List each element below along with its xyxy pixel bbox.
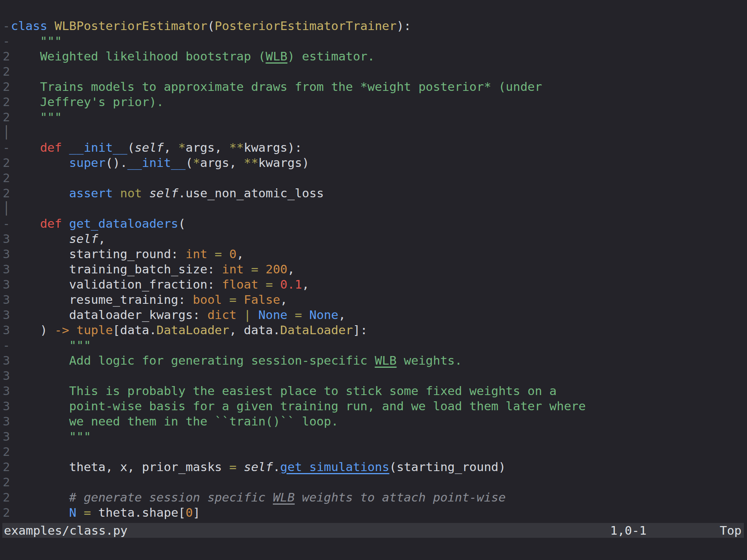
code-line[interactable]: 2	[0, 64, 747, 79]
code-text: point-wise basis for a given training ru…	[11, 399, 586, 414]
code-line[interactable]: 3 dataloader_kwargs: dict | None = None,	[0, 307, 747, 323]
code-line[interactable]: 2	[0, 475, 747, 490]
code-line[interactable]: 3 starting_round: int = 0,	[0, 246, 747, 262]
code-line[interactable]: │	[0, 125, 747, 140]
status-filename: examples/class.py	[4, 523, 127, 538]
gutter-fold-pipe[interactable]: │	[3, 125, 11, 140]
gutter-fold-level[interactable]: 2	[3, 444, 11, 459]
token: Add logic for generating session-specifi…	[11, 353, 375, 367]
token	[76, 505, 84, 519]
gutter-fold-level[interactable]: 3	[3, 414, 11, 429]
gutter-fold-level[interactable]: 2	[3, 64, 11, 79]
gutter-fold-level[interactable]: 2	[3, 79, 11, 94]
token	[142, 186, 149, 200]
code-line[interactable]: 2 N = theta.shape[0]	[0, 505, 747, 520]
gutter-fold-level[interactable]: 3	[3, 307, 11, 323]
token: kwargs)	[258, 156, 310, 170]
code-line[interactable]: 3 training_batch_size: int = 200,	[0, 262, 747, 277]
gutter-fold-level[interactable]: 2	[3, 186, 11, 201]
gutter-fold-level[interactable]: 3	[3, 246, 11, 262]
gutter-fold-level[interactable]: 2	[3, 94, 11, 110]
gutter-fold-level[interactable]: 2	[3, 110, 11, 125]
token: (	[127, 140, 135, 154]
token	[244, 262, 251, 276]
token	[11, 186, 69, 200]
gutter-fold-level[interactable]: 2	[3, 49, 11, 64]
gutter-fold-level[interactable]: 3	[3, 353, 11, 368]
gutter-fold-level[interactable]: 3	[3, 231, 11, 246]
code-line[interactable]: - """	[0, 338, 747, 353]
code-line[interactable]: │	[0, 201, 747, 216]
gutter-fold-level[interactable]: 3	[3, 262, 11, 277]
token: .	[273, 460, 280, 474]
code-line[interactable]: 2 Jeffrey's prior).	[0, 94, 747, 110]
gutter-fold-level[interactable]: 3	[3, 323, 11, 338]
token	[237, 460, 244, 474]
code-line[interactable]: 3 """	[0, 429, 747, 444]
token: =	[229, 292, 237, 307]
code-line[interactable]: 2 theta, x, prior_masks = self.get_simul…	[0, 459, 747, 475]
token: args,	[186, 140, 229, 154]
gutter-fold-level[interactable]: 3	[3, 277, 11, 292]
code-line[interactable]: - def get_dataloaders(	[0, 216, 747, 231]
code-line[interactable]: 3 resume_training: bool = False,	[0, 292, 747, 307]
gutter-fold-level[interactable]: 2	[3, 490, 11, 505]
gutter-fold-open-icon[interactable]: -	[3, 18, 11, 34]
token: ,	[302, 277, 310, 291]
gutter-fold-level[interactable]: 2	[3, 505, 11, 520]
token	[62, 140, 69, 154]
gutter-fold-level[interactable]: 3	[3, 399, 11, 414]
code-line[interactable]: 2 Weighted likelihood bootstrap (WLB) es…	[0, 49, 747, 64]
gutter-fold-open-icon[interactable]: -	[3, 216, 11, 231]
code-line[interactable]: 2 """	[0, 110, 747, 125]
code-text: training_batch_size: int = 200,	[11, 262, 295, 277]
code-line[interactable]: 3	[0, 368, 747, 383]
code-text: N = theta.shape[0]	[11, 505, 200, 520]
code-line[interactable]: -class WLBPosteriorEstimator(PosteriorEs…	[0, 18, 747, 34]
token	[11, 216, 40, 230]
token	[69, 323, 76, 337]
token: ->	[55, 323, 69, 337]
token	[11, 140, 40, 154]
gutter-fold-open-icon[interactable]: -	[3, 34, 11, 49]
code-line[interactable]: 2 assert not self.use_non_atomic_loss	[0, 186, 747, 201]
scroll-position-indicator: Top	[720, 523, 742, 538]
token: =	[266, 277, 273, 291]
token: """	[11, 110, 62, 124]
token	[237, 292, 244, 307]
code-line[interactable]: 3 Add logic for generating session-speci…	[0, 353, 747, 368]
code-line[interactable]: 3 we need them in the ``train()`` loop.	[0, 414, 747, 429]
code-text: we need them in the ``train()`` loop.	[11, 414, 338, 429]
token: *	[178, 140, 186, 154]
code-line[interactable]: 3 validation_fraction: float = 0.1,	[0, 277, 747, 292]
gutter-fold-open-icon[interactable]: -	[3, 140, 11, 155]
gutter-fold-pipe[interactable]: │	[3, 201, 11, 216]
cursor-position: 1,0-1	[610, 523, 646, 538]
code-text: Trains models to approximate draws from …	[11, 79, 542, 94]
gutter-fold-level[interactable]: 3	[3, 292, 11, 307]
code-line[interactable]: 3 ) -> tuple[data.DataLoader, data.DataL…	[0, 323, 747, 338]
code-line[interactable]: 3 self,	[0, 231, 747, 246]
gutter-fold-level[interactable]: 3	[3, 429, 11, 444]
token: None	[309, 308, 338, 322]
gutter-fold-level[interactable]: 2	[3, 475, 11, 490]
token: (	[207, 19, 215, 33]
gutter-fold-level[interactable]: 2	[3, 459, 11, 475]
code-line[interactable]: - """	[0, 34, 747, 49]
code-line[interactable]: 2	[0, 170, 747, 186]
code-line[interactable]: - def __init__(self, *args, **kwargs):	[0, 140, 747, 155]
gutter-fold-level[interactable]: 2	[3, 170, 11, 186]
gutter-fold-open-icon[interactable]: -	[3, 338, 11, 353]
code-line[interactable]: 2	[0, 444, 747, 459]
code-line[interactable]: 2 Trains models to approximate draws fro…	[0, 79, 747, 94]
code-line[interactable]: 3 This is probably the easiest place to …	[0, 383, 747, 399]
gutter-fold-level[interactable]: 2	[3, 155, 11, 170]
code-text: super().__init__(*args, **kwargs)	[11, 155, 309, 170]
token	[287, 308, 295, 322]
gutter-fold-level[interactable]: 3	[3, 383, 11, 399]
code-line[interactable]: 2 super().__init__(*args, **kwargs)	[0, 155, 747, 170]
code-line[interactable]: 2 # generate session specific WLB weight…	[0, 490, 747, 505]
gutter-fold-level[interactable]: 3	[3, 368, 11, 383]
code-line[interactable]: 3 point-wise basis for a given training …	[0, 399, 747, 414]
code-editor[interactable]: -class WLBPosteriorEstimator(PosteriorEs…	[0, 0, 747, 520]
